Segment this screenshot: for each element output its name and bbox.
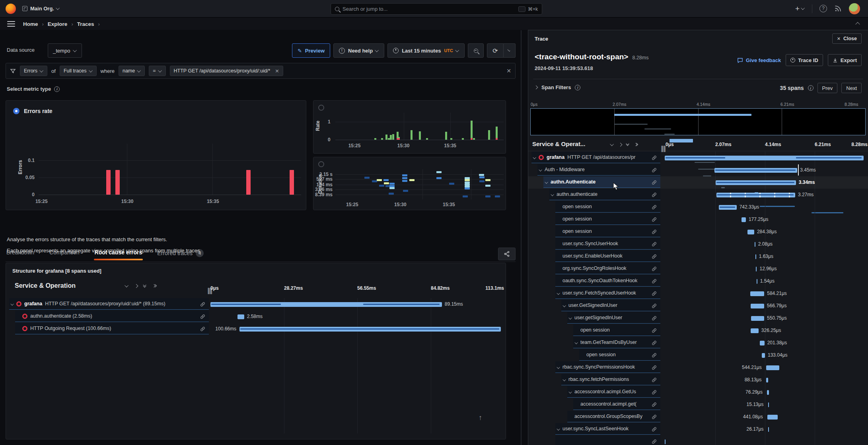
span-bar[interactable] [665, 439, 666, 444]
breadcrumb-item-explore[interactable]: Explore [48, 21, 68, 27]
span-row[interactable]: user.GetSignedInUser566.79μs [528, 300, 868, 312]
tree-expand-icon[interactable] [576, 340, 578, 345]
tree-expand-icon[interactable] [12, 301, 14, 307]
refresh-button[interactable]: ⟳ [487, 43, 504, 58]
zoom-out-button[interactable] [468, 43, 484, 58]
span-name-cell[interactable]: open session [579, 349, 660, 361]
scroll-top-icon[interactable]: ↑ [479, 414, 482, 422]
span-link-icon[interactable] [652, 168, 657, 173]
span-name-cell[interactable]: authn.authenticate (2.58ms) [15, 310, 209, 322]
span-name-cell[interactable]: Auth - Middleware [537, 164, 660, 176]
span-row[interactable]: open session133.04μs [528, 349, 868, 361]
filter-chip-full-traces[interactable]: Full traces [60, 66, 97, 76]
span-link-icon[interactable] [652, 279, 657, 284]
span-link-icon[interactable] [652, 316, 657, 321]
span-bar[interactable] [751, 328, 759, 333]
span-name-cell[interactable]: user.sync.FetchSyncedUserHook [555, 287, 660, 299]
collapse-all-icon[interactable] [627, 143, 629, 146]
span-row[interactable]: authn.Authenticate3.34ms [528, 176, 868, 189]
span-link-icon[interactable] [652, 427, 657, 432]
span-link-icon[interactable] [652, 328, 657, 333]
span-link-icon[interactable] [200, 314, 205, 319]
span-bar[interactable] [768, 427, 769, 432]
need-help-button[interactable]: ! Need help [333, 43, 384, 58]
preview-button[interactable]: ✎ Preview [292, 43, 330, 58]
span-name-cell[interactable]: grafanaHTTP GET /api/datasources/proxy/u… [9, 298, 209, 310]
span-row[interactable]: user.sync.SyncLastSeenHook26.17μs [528, 423, 868, 435]
span-row[interactable]: user.sync.FetchSyncedUserHook584.21μs [528, 287, 868, 300]
span-name-cell[interactable]: rbac.sync.SyncPermissionsHook [555, 361, 660, 373]
span-row[interactable]: authn.authenticate3.27ms [528, 189, 868, 201]
span-bar[interactable] [767, 390, 769, 395]
span-bar[interactable] [719, 205, 737, 210]
span-link-icon[interactable] [652, 266, 657, 271]
span-name-cell[interactable]: authn.Authenticate [543, 176, 660, 188]
span-row[interactable]: authn.authenticate (2.58ms)2.58ms [6, 310, 506, 323]
span-row[interactable]: grafanaHTTP GET /api/datasources/proxy/u… [6, 298, 506, 310]
export-button[interactable]: Export [828, 54, 862, 66]
span-bar[interactable] [755, 242, 755, 247]
span-link-icon[interactable] [652, 340, 657, 345]
grafana-logo-icon[interactable] [6, 4, 16, 14]
menu-icon[interactable] [7, 20, 15, 28]
datasource-picker[interactable]: _tempo [48, 43, 82, 58]
span-bar[interactable] [768, 402, 769, 407]
next-button[interactable]: Next [841, 83, 862, 93]
span-link-icon[interactable] [652, 180, 657, 185]
span-link-icon[interactable] [652, 254, 657, 259]
span-bar[interactable] [741, 217, 746, 222]
span-row[interactable]: accesscontrol.GroupScopesBy441.08μs [528, 411, 868, 423]
span-link-icon[interactable] [652, 303, 657, 308]
span-link-icon[interactable] [652, 353, 657, 358]
span-link-icon[interactable] [200, 326, 205, 332]
span-name-cell[interactable]: grafanaHTTP GET /api/datasources/pr [531, 152, 660, 163]
span-bar[interactable] [756, 267, 757, 271]
radio-rate[interactable] [318, 105, 324, 111]
span-row[interactable]: user.sync.EnableUserHook1.63μs [528, 250, 868, 263]
search-input[interactable]: Search or jump to... ⌘+k [331, 3, 542, 15]
collapse-one-icon[interactable] [125, 283, 128, 287]
tree-expand-icon[interactable] [534, 154, 536, 160]
span-name-cell[interactable] [555, 435, 660, 445]
span-name-cell[interactable]: user.sync.SyncLastSeenHook [555, 423, 660, 435]
filter-clear-icon[interactable]: ✕ [506, 68, 511, 74]
org-switcher[interactable]: Main Org. [22, 6, 60, 12]
tree-expand-icon[interactable] [552, 191, 554, 197]
span-name-cell[interactable]: open session [555, 201, 660, 213]
trace-id-button[interactable]: Trace ID [786, 54, 823, 66]
filter-chip-operator[interactable]: = [149, 66, 165, 76]
span-name-cell[interactable]: rbac.sync.fetchPermissions [561, 374, 660, 385]
breadcrumb-item-traces[interactable]: Traces [77, 21, 94, 27]
prev-button[interactable]: Prev [817, 83, 838, 93]
info-icon[interactable]: i [54, 86, 60, 92]
span-row[interactable]: rbac.sync.SyncPermissionsHook544.21μs [528, 361, 868, 374]
add-button[interactable]: + [795, 4, 805, 13]
span-row[interactable] [528, 435, 868, 445]
span-bar[interactable] [747, 230, 754, 234]
span-row[interactable]: accesscontrol.acimpl.GetUs76.29μs [528, 386, 868, 398]
span-row[interactable]: rbac.sync.fetchPermissions88.13μs [528, 374, 868, 386]
span-row[interactable]: accesscontrol.acimpl.get(15.13μs [528, 398, 868, 411]
news-rss-icon[interactable] [834, 5, 842, 12]
collapse-icon[interactable] [855, 22, 860, 26]
span-bar[interactable] [750, 291, 764, 296]
tree-expand-icon[interactable] [564, 303, 566, 308]
timeline-minimap[interactable] [530, 108, 866, 135]
span-bar[interactable] [766, 365, 779, 370]
span-filters-expand-icon[interactable] [534, 86, 538, 90]
close-button[interactable]: ✕ Close [832, 33, 862, 44]
filter-chip-errors[interactable]: Errors [20, 66, 47, 76]
span-bar[interactable] [760, 341, 765, 345]
breadcrumb-item-home[interactable]: Home [23, 21, 38, 27]
span-bar[interactable] [237, 314, 244, 319]
tree-expand-icon[interactable] [540, 167, 542, 173]
span-name-cell[interactable]: HTTP Outgoing Request (100.66ms) [15, 323, 209, 334]
span-bar[interactable] [767, 415, 778, 420]
span-name-cell[interactable]: open session [555, 226, 660, 237]
span-link-icon[interactable] [200, 302, 205, 307]
refresh-interval-button[interactable] [504, 43, 516, 58]
span-bar[interactable] [210, 302, 442, 307]
span-row[interactable]: user.sync.SyncUserHook2.08μs [528, 238, 868, 250]
span-link-icon[interactable] [652, 217, 657, 222]
expand-one-icon[interactable] [134, 284, 138, 288]
